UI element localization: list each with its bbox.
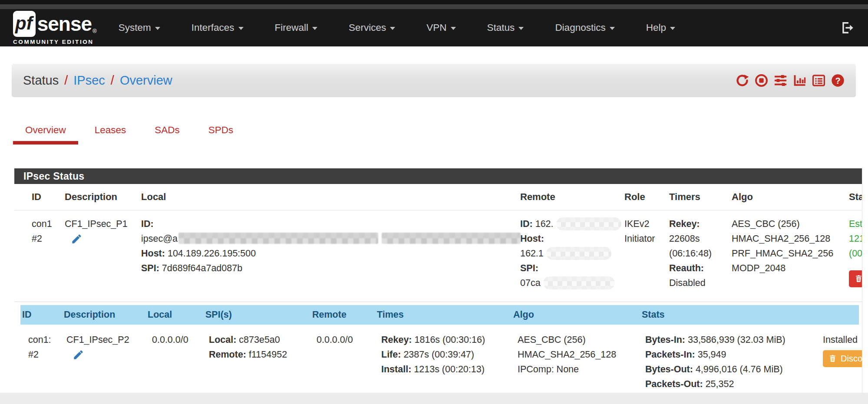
ike-remote-cell: ID:162. Host: 162.1 SPI: 07ca [520, 217, 624, 290]
chevron-down-icon [451, 27, 456, 30]
col-header-algo: Algo [732, 191, 849, 203]
redacted-value [543, 276, 615, 289]
panel-title: IPsec Status [14, 168, 868, 184]
sense-logo-text: sense [37, 12, 92, 36]
chevron-down-icon [155, 27, 160, 30]
col-header-algo: Algo [513, 309, 642, 320]
registered-mark: ® [92, 28, 97, 34]
child-algo-cell: AES_CBC (256) HMAC_SHA2_256_128 IPComp: … [513, 332, 642, 391]
ike-id-cell: con1 #2 [32, 217, 65, 290]
col-header-spis: SPI(s) [205, 309, 312, 320]
ike-algo-cell: AES_CBC (256) HMAC_SHA2_256_128 PRF_HMAC… [732, 217, 849, 290]
main-menu: System Interfaces Firewall Services VPN … [119, 22, 706, 33]
chevron-down-icon [670, 27, 675, 30]
child-stats-cell: Bytes-In:33,586,939 (32.03 MiB) Packets-… [642, 332, 821, 391]
filter-sliders-icon[interactable] [774, 74, 787, 87]
top-navbar: pf sense ® COMMUNITY EDITION System Inte… [0, 9, 868, 46]
child-description-cell: CF1_IPsec_P2 [64, 332, 148, 391]
sign-out-icon[interactable] [840, 21, 855, 35]
col-header-role: Role [624, 191, 669, 203]
col-header-stats: Stats [642, 309, 821, 320]
col-header-local: Local [141, 191, 520, 203]
ike-timers-cell: Rekey: 22608s (06:16:48) Reauth: Disable… [669, 217, 732, 290]
tab-spds[interactable]: SPDs [196, 122, 246, 145]
pf-logo-box: pf [13, 11, 36, 37]
col-header-remote: Remote [312, 309, 377, 320]
child-status-cell: Installed Disconnect [821, 332, 868, 391]
bar-chart-icon[interactable] [793, 74, 806, 87]
pfsense-logo-wordmark: pf sense ® [13, 11, 97, 37]
redacted-value [546, 247, 611, 260]
redacted-value [382, 233, 521, 244]
pfsense-logo[interactable]: pf sense ® COMMUNITY EDITION [13, 11, 97, 45]
col-header-times: Times [377, 309, 513, 320]
status-installed: Installed [823, 332, 868, 347]
ike-local-cell: ID: ipsec@a Host:104.189.226.195:500 SPI… [141, 217, 520, 290]
child-remote-cell: 0.0.0.0/0 [312, 332, 377, 391]
col-header-description: Description [65, 191, 141, 203]
breadcrumb-ipsec-link[interactable]: IPsec [73, 73, 105, 88]
menu-item-help[interactable]: Help [646, 22, 675, 33]
menu-item-system[interactable]: System [119, 22, 160, 33]
svg-text:?: ? [835, 76, 840, 85]
page-footer-background [0, 393, 868, 404]
stop-icon[interactable] [755, 74, 768, 87]
child-id-cell: con1: #2 [22, 332, 64, 391]
ike-table-row: con1 #2 CF1_IPsec_P1 ID: ipsec@a Host:10… [14, 210, 868, 302]
help-icon[interactable]: ? [831, 74, 845, 87]
log-list-icon[interactable] [812, 74, 825, 87]
edit-pencil-icon[interactable] [73, 349, 84, 361]
chevron-down-icon [610, 27, 615, 30]
tab-leases[interactable]: Leases [83, 122, 139, 145]
child-spis-cell: Local:c873e5a0 Remote:f1154952 [205, 332, 312, 391]
col-header-timers: Timers [669, 191, 732, 203]
child-sa-row: con1: #2 CF1_IPsec_P2 0.0.0.0/0 Local:c8… [20, 325, 868, 393]
child-local-cell: 0.0.0.0/0 [148, 332, 205, 391]
breadcrumb-separator: / [64, 73, 68, 88]
chevron-down-icon [518, 27, 524, 30]
menu-item-interfaces[interactable]: Interfaces [191, 22, 244, 33]
community-edition-label: COMMUNITY EDITION [13, 39, 97, 45]
redacted-value [178, 233, 378, 244]
trash-icon [828, 354, 837, 363]
breadcrumb-separator: / [111, 73, 114, 88]
redacted-value [556, 217, 621, 230]
page-toolbar: ? [736, 74, 845, 87]
col-header-id: ID [32, 191, 65, 203]
col-header-description: Description [64, 309, 148, 320]
window-top-strip [0, 0, 868, 4]
chevron-down-icon [390, 27, 395, 30]
ike-table-header: ID Description Local Remote Role Timers … [14, 184, 868, 210]
tab-sads[interactable]: SADs [142, 122, 192, 145]
col-header-local: Local [148, 309, 205, 320]
chevron-down-icon [238, 27, 244, 30]
refresh-icon[interactable] [736, 74, 749, 87]
col-header-remote: Remote [520, 191, 624, 203]
breadcrumb-bar: Status / IPsec / Overview [12, 64, 856, 97]
ipsec-status-panel: IPsec Status ID Description Local Remote… [14, 168, 868, 393]
menu-item-firewall[interactable]: Firewall [275, 22, 318, 33]
menu-item-services[interactable]: Services [349, 22, 395, 33]
breadcrumb-overview-link[interactable]: Overview [120, 73, 172, 88]
breadcrumb-status: Status [23, 73, 59, 88]
menu-item-diagnostics[interactable]: Diagnostics [555, 22, 614, 33]
disconnect-p2-button[interactable]: Disconnect [823, 350, 868, 367]
col-header-id: ID [22, 309, 64, 320]
menu-item-vpn[interactable]: VPN [426, 22, 455, 33]
tab-overview[interactable]: Overview [13, 122, 78, 145]
window-sub-strip [0, 4, 868, 9]
chevron-down-icon [312, 27, 317, 30]
child-times-cell: Rekey:1816s (00:30:16) Life:2387s (00:39… [377, 332, 513, 391]
menu-item-status[interactable]: Status [487, 22, 524, 33]
ipsec-tabs: Overview Leases SADs SPDs [13, 122, 250, 145]
edit-pencil-icon[interactable] [71, 233, 83, 245]
ike-role-cell: IKEv2 Initiator [624, 217, 669, 290]
child-sa-table: ID Description Local SPI(s) Remote Times… [20, 305, 868, 393]
ike-description-cell: CF1_IPsec_P1 [65, 217, 141, 290]
child-sa-header: ID Description Local SPI(s) Remote Times… [20, 305, 859, 325]
viewport-edge-strip [862, 168, 868, 393]
